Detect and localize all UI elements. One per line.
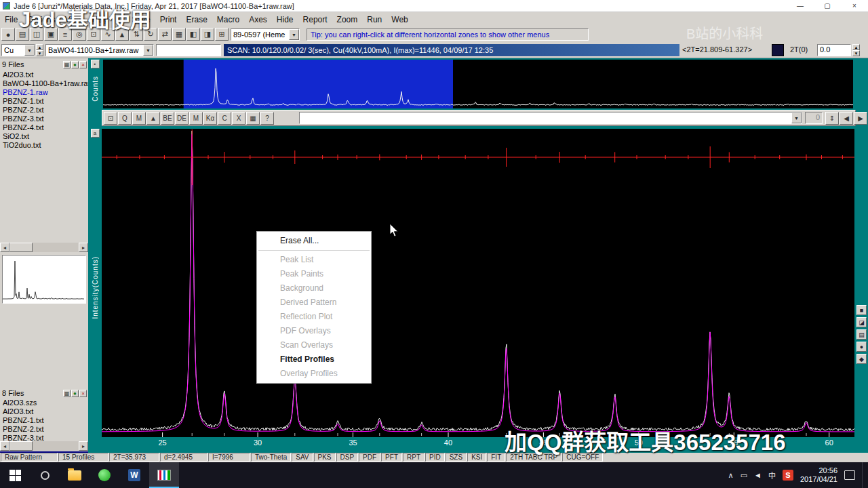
context-menu-item[interactable] (258, 250, 370, 251)
menu-item[interactable]: View (60, 12, 87, 27)
taskbar-app-file-explorer[interactable] (60, 462, 90, 488)
status-toggle[interactable]: RPT (403, 453, 425, 462)
status-toggle[interactable]: PID (425, 453, 445, 462)
taskbar-app-word[interactable]: W (119, 462, 149, 488)
print-icon[interactable]: ≡ (58, 28, 72, 41)
pdf-card-combo[interactable]: 89-0597 (Heme ▼ (231, 28, 300, 41)
marker-black-icon[interactable]: ■ (856, 305, 867, 315)
top-hscrollbar[interactable]: ◂ ▸ (0, 243, 88, 252)
chevron-down-icon[interactable]: ▼ (143, 45, 153, 56)
search-input[interactable] (156, 44, 221, 56)
clear-icon[interactable]: X (232, 112, 245, 125)
tray-sogou-icon[interactable]: S (783, 470, 793, 481)
menu-item[interactable]: Erase (181, 12, 212, 27)
bottom-hscrollbar[interactable]: ◂ ▸ (0, 441, 88, 451)
status-toggle[interactable]: SZS (446, 453, 467, 462)
save-file-icon[interactable]: ▣ (44, 28, 58, 41)
ime-language-icon[interactable]: 中 (768, 470, 776, 481)
status-toggle[interactable]: FIT (487, 453, 505, 462)
chevron-down-icon[interactable]: ▼ (289, 29, 299, 40)
menu-item[interactable]: Report (298, 12, 332, 27)
zoom-range-icon[interactable]: ⊡ (104, 112, 117, 125)
file-item[interactable]: PBZNZ-2.txt (0, 106, 88, 115)
file-item[interactable]: PBZNZ-1.txt (0, 416, 88, 425)
overview-strip[interactable] (103, 60, 853, 108)
action-center-icon[interactable] (844, 470, 855, 480)
spin-icon[interactable]: ⇕ (825, 112, 839, 125)
help-green-icon[interactable]: ? (260, 112, 274, 125)
prev-icon[interactable]: ◀ (840, 112, 853, 125)
window-grid-icon[interactable]: ⊞ (215, 28, 229, 41)
peak-find-icon[interactable]: ▲ (146, 112, 160, 125)
status-toggle[interactable]: PFT (381, 453, 402, 462)
background-edit-icon[interactable]: BE (161, 112, 174, 125)
spin-up-icon[interactable]: ▲ (36, 44, 43, 50)
file-item[interactable]: PBZNZ-4.txt (0, 123, 88, 132)
file-item[interactable]: Al2O3.szs (0, 399, 88, 407)
grid-icon[interactable]: ▦ (172, 28, 186, 41)
marker-dot-icon[interactable]: ● (856, 342, 867, 352)
grid-small-icon[interactable]: ▦ (246, 112, 260, 125)
file-item[interactable]: Al2O3.txt (0, 70, 88, 79)
menu-item[interactable]: Save (127, 12, 155, 27)
taskbar-app-browser-green[interactable] (90, 462, 119, 488)
tile-small-icon[interactable]: ▦ (63, 390, 71, 397)
menu-item[interactable]: Run (362, 12, 387, 27)
pattern-thumbnail[interactable] (2, 255, 86, 304)
context-menu-item[interactable]: PDF Overlays (257, 324, 371, 338)
status-toggle[interactable]: SAV (292, 453, 313, 462)
main-plot-area[interactable] (102, 129, 854, 437)
marker-diamond-icon[interactable]: ◆ (856, 354, 867, 364)
calibrate-icon[interactable]: C (218, 112, 231, 125)
jade-ball-icon[interactable]: ● (1, 28, 15, 41)
display-icon[interactable]: ▭ (741, 471, 747, 480)
magnify-icon[interactable]: M (132, 112, 146, 125)
open-file-icon[interactable]: ◫ (30, 28, 43, 41)
preview-icon[interactable]: ◎ (73, 28, 86, 41)
spin-down-icon[interactable]: ▼ (36, 50, 43, 56)
anode-combo[interactable]: Cu ▼ (1, 44, 35, 56)
scroll-right-icon[interactable]: ▸ (79, 441, 88, 451)
axis-origin-input[interactable]: 0.0 (817, 44, 851, 56)
chevron-down-icon[interactable]: ▼ (24, 45, 35, 56)
close-small-icon[interactable]: × (79, 390, 87, 397)
copy-icon[interactable]: ⊡ (87, 28, 100, 41)
scroll-right-icon[interactable]: ▸ (79, 243, 88, 252)
file-item[interactable]: SiO2.txt (0, 132, 88, 141)
peak-id-combo[interactable]: ▼ (299, 112, 802, 124)
menu-item[interactable]: Options (22, 12, 60, 27)
context-menu-item[interactable]: Fitted Profiles (257, 352, 371, 367)
hidden-icons-chevron-icon[interactable]: ∧ (728, 471, 734, 480)
taskbar-app-jade[interactable] (149, 462, 179, 488)
file-item[interactable]: BaWO4-1100-Ba+1raw.raw (0, 79, 88, 88)
taskbar-app-search[interactable] (30, 462, 60, 488)
file-item[interactable]: PBZNZ-2.txt (0, 425, 88, 434)
scroll-left-icon[interactable]: ◂ (0, 441, 9, 451)
data-edit-icon[interactable]: DE (175, 112, 189, 125)
context-menu-item[interactable]: Overlay Profiles (257, 367, 371, 381)
strip-ka2-icon[interactable]: Kα (203, 112, 217, 125)
file-item[interactable]: PBZNZ-3.txt (0, 115, 88, 123)
menu-item[interactable]: File (0, 12, 22, 27)
status-toggle[interactable]: PKS (314, 453, 336, 462)
next-icon[interactable]: ▶ (854, 112, 867, 125)
context-menu-item[interactable]: Background (257, 281, 371, 296)
chevron-down-icon[interactable]: ▼ (791, 113, 802, 123)
marker-rows-icon[interactable]: ▤ (856, 329, 867, 340)
status-toggle[interactable]: DSP (336, 453, 359, 462)
zoom-icon[interactable]: Q (118, 112, 132, 125)
status-toggle[interactable]: KSI (467, 453, 486, 462)
new-file-icon[interactable]: ▤ (16, 28, 29, 41)
tile-left-icon[interactable]: ◧ (186, 28, 200, 41)
speaker-icon[interactable]: ◄ (754, 471, 762, 479)
maximize-button[interactable]: ▢ (814, 0, 841, 12)
context-menu-item[interactable]: Peak Paints (257, 267, 371, 281)
refresh-icon[interactable]: ↻ (144, 28, 157, 41)
dot-icon[interactable]: ● (71, 390, 79, 397)
file-item[interactable]: PBZNZ-1.raw (0, 88, 88, 97)
scroll-thumb[interactable] (9, 243, 33, 252)
close-small-icon[interactable]: × (79, 61, 87, 68)
file-item[interactable]: Al2O3.txt (0, 407, 88, 416)
menu-item[interactable]: Macro (212, 12, 244, 27)
context-menu-item[interactable]: Erase All... (257, 234, 371, 248)
